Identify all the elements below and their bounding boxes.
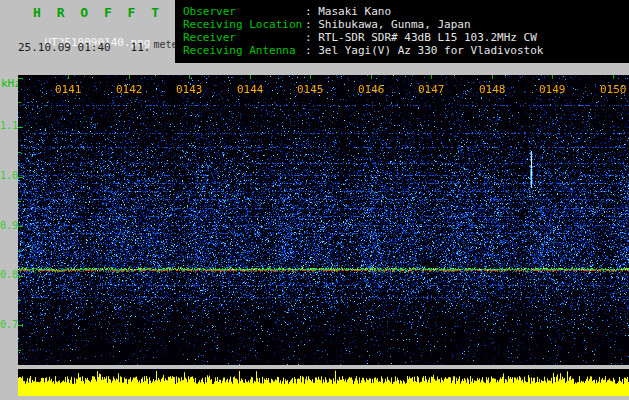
- y-tick-label-0-7: 0.7: [0, 320, 15, 330]
- info-row-receiver: Receiver : RTL-SDR SDR# 43dB L15 103.2MH…: [183, 31, 629, 44]
- hrofft-output: H R O F F T UT2510090140.pngmeteor 25.10…: [0, 0, 629, 400]
- x-tick-label-0148: 0148: [479, 84, 506, 95]
- datetime-line: 25.10.09 01:40 11.: [18, 41, 150, 54]
- info-label-location: Receiving Location: [183, 18, 305, 31]
- x-tick-label-0143: 0143: [176, 84, 203, 95]
- info-value-location: : Shibukawa, Gunma, Japan: [305, 18, 471, 31]
- info-value-antenna: : 3el Yagi(V) Az 330 for Vladivostok: [305, 44, 543, 57]
- x-tick-label-0146: 0146: [358, 84, 385, 95]
- x-tick-label-0144: 0144: [237, 84, 264, 95]
- x-tick-label-0145: 0145: [297, 84, 324, 95]
- info-row-observer: Observer : Masaki Kano: [183, 5, 629, 18]
- y-tick-label-0-9: 0.9: [0, 221, 15, 231]
- signal-level-canvas: [18, 369, 629, 396]
- info-row-location: Receiving Location : Shibukawa, Gunma, J…: [183, 18, 629, 31]
- x-tick-label-0147: 0147: [418, 84, 445, 95]
- info-box: Observer : Masaki Kano Receiving Locatio…: [175, 0, 629, 63]
- x-tick-label-0142: 0142: [116, 84, 143, 95]
- app-title: H R O F F T: [33, 5, 163, 20]
- info-label-receiver: Receiver: [183, 31, 305, 44]
- y-tick-label-1-1: 1.1: [0, 121, 15, 131]
- x-tick-label-0149: 0149: [539, 84, 566, 95]
- y-tick-label-0-8: 0.8: [0, 270, 15, 280]
- x-tick-label-0141: 0141: [55, 84, 82, 95]
- info-value-observer: : Masaki Kano: [305, 5, 391, 18]
- info-value-receiver: : RTL-SDR SDR# 43dB L15 103.2MHz CW: [305, 31, 537, 44]
- y-tick-label-1-0: 1.0: [0, 171, 15, 181]
- info-row-antenna: Receiving Antenna : 3el Yagi(V) Az 330 f…: [183, 44, 629, 57]
- spectrogram-canvas: [18, 75, 629, 365]
- info-label-antenna: Receiving Antenna: [183, 44, 305, 57]
- info-label-observer: Observer: [183, 5, 305, 18]
- x-tick-label-0150: 0150: [600, 84, 627, 95]
